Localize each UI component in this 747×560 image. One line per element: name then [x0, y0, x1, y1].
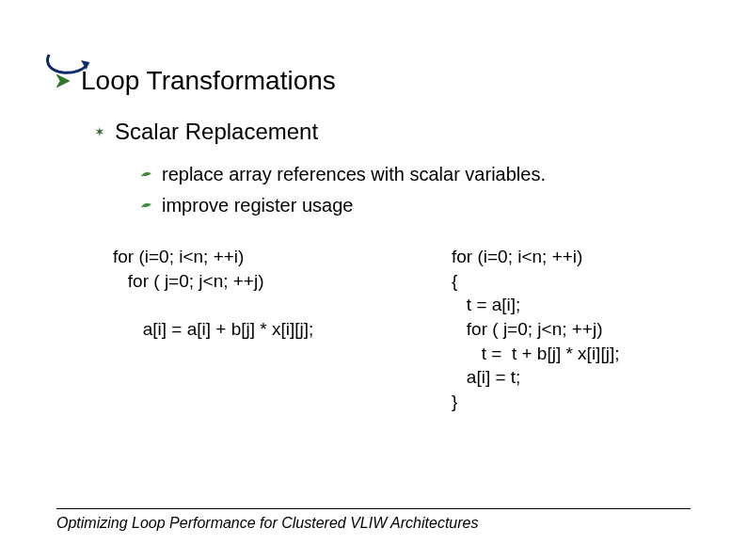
svg-marker-0 — [56, 74, 70, 88]
heading-row: Loop Transformations — [56, 66, 691, 96]
footer-text: Optimizing Loop Performance for Clustere… — [56, 515, 691, 532]
svg-line-2 — [141, 206, 144, 207]
leaf-bullet-icon — [141, 201, 152, 211]
bullet-row: replace array references with scalar var… — [141, 164, 691, 185]
footer-divider — [56, 508, 691, 509]
bullet-row: improve register usage — [141, 195, 691, 216]
code-before: for (i=0; i<n; ++i) for ( j=0; j<n; ++j)… — [113, 245, 414, 413]
arrow-bullet-icon — [56, 74, 70, 88]
svg-line-1 — [141, 175, 144, 176]
bullet-text: replace array references with scalar var… — [162, 164, 546, 185]
code-comparison: for (i=0; i<n; ++i) for ( j=0; j<n; ++j)… — [113, 245, 691, 413]
code-after: for (i=0; i<n; ++i) { t = a[i]; for ( j=… — [452, 245, 691, 413]
subheading: Scalar Replacement — [115, 119, 318, 145]
heading: Loop Transformations — [81, 66, 336, 96]
bullet-text: improve register usage — [162, 195, 353, 216]
leaf-bullet-icon — [141, 170, 152, 180]
star-bullet-icon: ✶ — [94, 124, 105, 139]
subheading-row: ✶ Scalar Replacement — [94, 119, 691, 145]
footer: Optimizing Loop Performance for Clustere… — [56, 508, 691, 532]
